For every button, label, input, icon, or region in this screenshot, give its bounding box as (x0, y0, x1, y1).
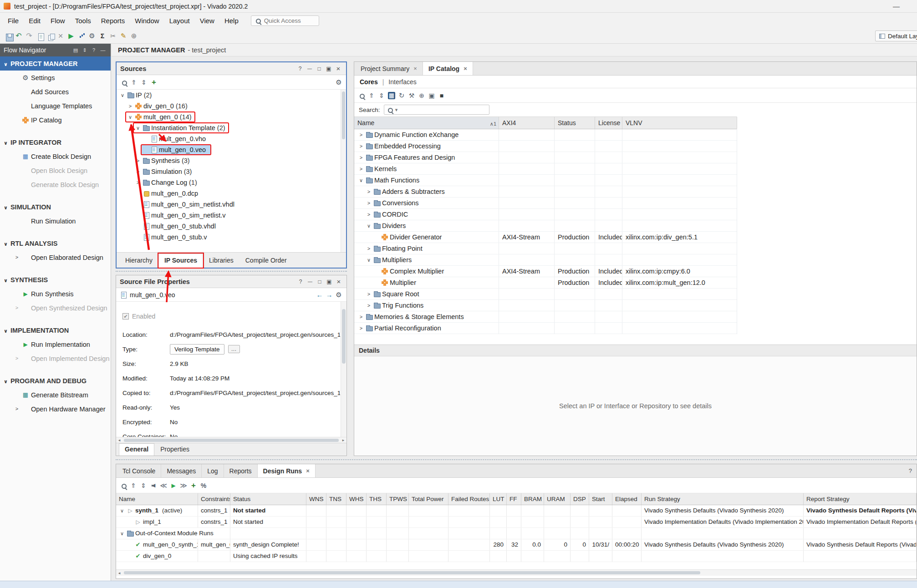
collapsed-chevron-icon[interactable]: > (127, 104, 133, 109)
expanded-chevron-icon[interactable]: ∨ (127, 115, 133, 120)
scrollbar-thumb[interactable] (124, 571, 700, 574)
panel-minimize-icon[interactable] (306, 65, 314, 73)
column-header[interactable]: BRAM (521, 493, 544, 505)
collapsed-chevron-icon[interactable]: > (358, 314, 364, 319)
catalog-row[interactable]: > Dynamic Function eXchange (354, 129, 737, 141)
back-arrow-icon[interactable] (316, 291, 324, 299)
tree-item[interactable]: ∨ Instantiation Template (2) (117, 122, 341, 133)
sidebar-section-ip-integrator[interactable]: IP INTEGRATOR (0, 135, 111, 149)
panel-maximize-icon[interactable] (315, 65, 323, 73)
refresh-icon[interactable] (398, 92, 405, 99)
sigma-icon[interactable] (99, 32, 106, 40)
vertical-scrollbar[interactable] (341, 90, 346, 254)
search-icon[interactable] (120, 79, 127, 86)
catalog-row[interactable]: Complex Multiplier AXI4-Stream Productio… (354, 266, 737, 277)
column-header[interactable]: LUT (490, 493, 507, 505)
expand-all-icon[interactable] (378, 92, 385, 99)
collapsed-chevron-icon[interactable]: > (358, 132, 364, 137)
catalog-row[interactable]: > Adders & Subtracters (354, 186, 737, 198)
column-header-name[interactable]: Name ∧1 (354, 117, 499, 129)
panel-tab[interactable]: Properties (154, 443, 195, 456)
column-header[interactable]: URAM (544, 493, 571, 505)
tree-item[interactable]: ∨ mult_gen_0 (14) (117, 112, 341, 122)
catalog-row[interactable]: > Embedded Processing (354, 141, 737, 152)
flow-nav-item[interactable]: Generate Bitstream (0, 388, 111, 402)
panel-close-icon[interactable] (334, 65, 342, 73)
panel-tab[interactable]: General (119, 443, 154, 456)
catalog-search-box[interactable] (384, 105, 489, 115)
dock-icon[interactable] (71, 46, 80, 54)
column-header[interactable]: TPWS (387, 493, 409, 505)
steps-icon[interactable] (78, 32, 85, 40)
catalog-search-input[interactable] (400, 106, 487, 114)
minimize-button[interactable] (893, 2, 900, 10)
sidebar-section-project-manager[interactable]: PROJECT MANAGER (0, 56, 111, 71)
collapsed-chevron-icon[interactable]: > (366, 201, 372, 206)
flow-nav-item[interactable]: Settings (0, 71, 111, 85)
catalog-row[interactable]: ∨ Math Functions (354, 175, 737, 186)
play-icon[interactable] (170, 482, 177, 489)
horizontal-scrollbar[interactable]: ◂ (116, 569, 917, 576)
catalog-row[interactable]: > Partial Reconfiguration (354, 323, 737, 334)
redo-icon[interactable] (25, 32, 33, 40)
column-header[interactable]: Run Strategy (642, 493, 804, 505)
panel-tab[interactable]: Hierarchy (119, 253, 158, 268)
bottom-tab[interactable]: Messages (161, 464, 202, 477)
tree-item[interactable]: mult_gen_0.dcp (117, 188, 341, 199)
flow-nav-item[interactable]: > Open Elaborated Design (0, 250, 111, 264)
report-icon[interactable] (36, 32, 43, 40)
column-header-vlnv[interactable]: VLNV (622, 117, 737, 129)
expanded-chevron-icon[interactable]: ∨ (366, 258, 372, 263)
tree-item[interactable]: ∨ IP (2) (117, 90, 341, 101)
tree-item[interactable]: > div_gen_0 (16) (117, 101, 341, 112)
collapsed-chevron-icon[interactable]: > (358, 167, 364, 172)
collapsed-chevron-icon[interactable]: > (366, 246, 372, 251)
panel-splitter[interactable] (116, 271, 347, 272)
column-header[interactable]: WNS (306, 493, 326, 505)
catalog-row[interactable]: ∨ Multipliers (354, 254, 737, 266)
save-icon[interactable] (5, 32, 12, 40)
panel-float-icon[interactable] (325, 65, 333, 73)
flow-nav-item[interactable]: > Open Synthesized Design (0, 301, 111, 315)
run-row[interactable]: ∨ Out-of-Context Module Runs (116, 528, 917, 539)
bottom-tab[interactable]: Design Runs (258, 464, 316, 477)
collapsed-chevron-icon[interactable]: > (135, 158, 141, 163)
column-header[interactable]: Total Power (409, 493, 448, 505)
flow-nav-item[interactable]: Open Block Design (0, 163, 111, 177)
settings-gear-icon[interactable] (88, 32, 96, 40)
sidebar-section-rtl-analysis[interactable]: RTL ANALYSIS (0, 236, 111, 250)
browse-button[interactable] (228, 345, 240, 353)
tab-interfaces[interactable]: Interfaces (388, 78, 416, 86)
forward-arrow-icon[interactable] (325, 291, 333, 299)
run-row[interactable]: ∨ synth_1 (active) constrs_1 Not started (116, 505, 917, 517)
catalog-row[interactable]: > Trig Functions (354, 300, 737, 311)
pencil-icon[interactable] (120, 32, 127, 40)
tab-cores[interactable]: Cores (360, 78, 378, 86)
catalog-row[interactable]: ∨ Dividers (354, 220, 737, 232)
undo-icon[interactable] (15, 32, 22, 40)
column-header[interactable]: Failed Routes (448, 493, 490, 505)
column-header[interactable]: DSP (571, 493, 589, 505)
column-header[interactable]: Report Strategy (804, 493, 917, 505)
catalog-row[interactable]: > CORDIC (354, 209, 737, 220)
column-header[interactable]: TNS (326, 493, 346, 505)
tree-item[interactable]: > Change Log (1) (117, 177, 341, 188)
panel-float-icon[interactable] (325, 278, 333, 286)
ip-settings-icon[interactable] (408, 92, 415, 99)
flow-nav-item[interactable]: Run Synthesis (0, 287, 111, 301)
collapse-all-icon[interactable] (130, 482, 137, 489)
collapsed-chevron-icon[interactable]: > (358, 326, 364, 331)
panel-tab[interactable]: Libraries (203, 253, 239, 268)
workspace-tab[interactable]: Project Summary (355, 62, 423, 75)
panel-help-icon[interactable] (296, 278, 305, 286)
search-icon[interactable] (120, 482, 127, 489)
column-header[interactable]: Constraints (198, 493, 230, 505)
workspace-tab[interactable]: IP Catalog (423, 62, 473, 75)
flow-nav-item[interactable]: > Open Implemented Design (0, 351, 111, 365)
catalog-row[interactable]: > FPGA Features and Design (354, 152, 737, 163)
panel-help-icon[interactable]: ? (909, 467, 912, 474)
catalog-row[interactable]: > Kernels (354, 163, 737, 175)
collapse-all-icon[interactable] (368, 92, 375, 99)
collapsed-chevron-icon[interactable]: > (366, 189, 372, 194)
sidebar-section-simulation[interactable]: SIMULATION (0, 200, 111, 214)
